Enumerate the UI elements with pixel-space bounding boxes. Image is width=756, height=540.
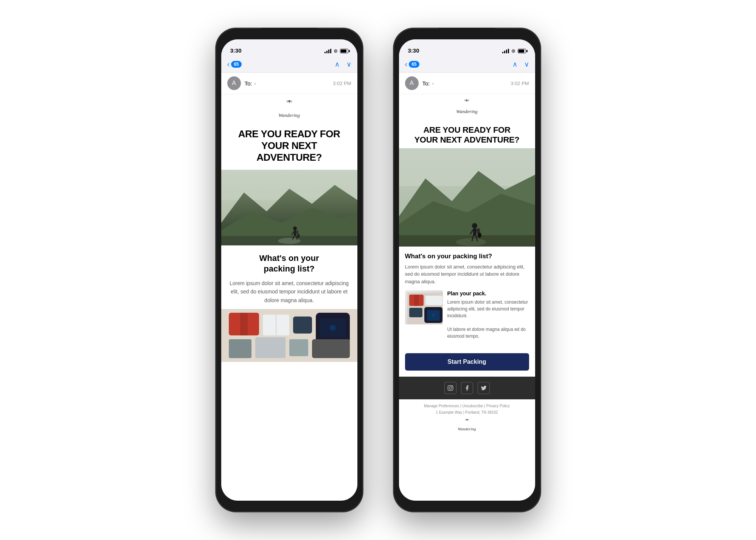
footer-links-right: Manage Preferences | Unsubscribe | Priva… bbox=[404, 404, 531, 408]
status-bar-left: 3:30 ⊛ bbox=[221, 39, 357, 56]
svg-rect-57 bbox=[409, 308, 422, 317]
screen-right: 3:30 ⊛ ‹ 65 ∧ bbox=[399, 39, 535, 501]
packing-text-left: Lorem ipsum dolor sit amet, consectetur … bbox=[229, 279, 350, 304]
nav-arrows-left: ∧ ∨ bbox=[335, 60, 351, 68]
footer-logo-svg bbox=[459, 418, 475, 426]
twitter-icon[interactable] bbox=[478, 382, 490, 394]
status-bar-right: 3:30 ⊛ bbox=[399, 39, 535, 56]
svg-rect-30 bbox=[255, 337, 286, 358]
notch-left bbox=[261, 28, 318, 39]
svg-rect-29 bbox=[229, 339, 251, 358]
svg-rect-22 bbox=[240, 313, 248, 335]
instagram-icon[interactable] bbox=[444, 382, 456, 394]
mail-count-badge-left: 65 bbox=[231, 61, 241, 68]
svg-rect-55 bbox=[414, 295, 419, 306]
footer-light-right: Manage Preferences | Unsubscribe | Priva… bbox=[399, 399, 535, 436]
from-chevron-icon: › bbox=[255, 81, 256, 86]
phone-right: 3:30 ⊛ ‹ 65 ∧ bbox=[393, 28, 541, 512]
mountain-svg-right bbox=[399, 148, 535, 247]
svg-rect-46 bbox=[473, 228, 476, 236]
svg-rect-40 bbox=[399, 148, 535, 186]
logo-area-left: Wandering bbox=[221, 94, 357, 124]
battery-icon-left bbox=[340, 49, 348, 53]
battery-icon-right bbox=[518, 49, 526, 53]
wifi-icon-left: ⊛ bbox=[334, 48, 338, 54]
email-time-right: 3:02 PM bbox=[511, 81, 529, 86]
packing-section-left: What's on your packing list? Lorem ipsum… bbox=[221, 245, 357, 309]
svg-point-52 bbox=[478, 233, 481, 238]
svg-rect-31 bbox=[289, 339, 308, 356]
svg-point-45 bbox=[472, 223, 477, 228]
gear-image-left bbox=[221, 309, 357, 362]
from-info-left: To: › bbox=[245, 80, 333, 87]
logo-area-right: Wandering bbox=[399, 94, 535, 119]
logo-text-left: Wandering bbox=[278, 112, 300, 118]
status-icons-left: ⊛ bbox=[324, 48, 348, 54]
svg-point-44 bbox=[456, 238, 486, 246]
svg-rect-25 bbox=[293, 317, 312, 334]
back-button-left[interactable]: ‹ 65 bbox=[227, 60, 242, 68]
mail-count-badge-right: 65 bbox=[409, 61, 419, 68]
svg-point-38 bbox=[466, 99, 467, 101]
avatar-right: A bbox=[405, 76, 419, 90]
svg-rect-56 bbox=[425, 296, 442, 305]
notch-right bbox=[439, 28, 495, 39]
svg-rect-18 bbox=[296, 230, 298, 234]
signal-icon-right bbox=[502, 49, 509, 53]
email-content-right: Wandering ARE YOU READY FOR YOUR NEXT AD… bbox=[399, 94, 535, 501]
nav-down-arrow-left[interactable]: ∨ bbox=[346, 60, 351, 68]
from-label-left: To: bbox=[245, 80, 252, 87]
mountain-image-left bbox=[221, 170, 357, 245]
svg-point-28 bbox=[330, 325, 336, 331]
logo-svg-right bbox=[457, 99, 476, 108]
plan-card-gear-svg bbox=[407, 293, 443, 324]
phones-container: 3:30 ⊛ ‹ 65 ∧ bbox=[216, 28, 541, 512]
nav-arrows-right: ∧ ∨ bbox=[512, 60, 529, 68]
wandering-logo-right: Wandering bbox=[456, 99, 478, 115]
hero-text-area-left: ARE YOU READY FOR YOUR NEXT ADVENTURE? bbox=[221, 124, 357, 170]
email-content-left: Wandering ARE YOU READY FOR YOUR NEXT AD… bbox=[221, 94, 357, 501]
footer-logo-text: Wandering bbox=[458, 427, 476, 431]
chevron-left-icon-right: ‹ bbox=[405, 60, 408, 68]
footer-address-right: 1 Example Way | Portland, TN 38102 bbox=[404, 410, 531, 414]
hero-heading-left: ARE YOU READY FOR YOUR NEXT ADVENTURE? bbox=[230, 128, 348, 164]
from-label-right: To: bbox=[422, 80, 430, 87]
plan-card-text2-right: Ut labore et dolore magna aliqua ed do e… bbox=[447, 326, 529, 340]
svg-point-60 bbox=[432, 313, 435, 317]
plan-card-text1-right: Lorem ipsum dolor sit amet, consectetur … bbox=[447, 299, 529, 319]
back-button-right[interactable]: ‹ 65 bbox=[405, 60, 419, 68]
nav-down-arrow-right[interactable]: ∨ bbox=[524, 60, 529, 68]
email-from-row-left: A To: › 3:02 PM bbox=[221, 73, 357, 94]
mail-nav-left: ‹ 65 ∧ ∨ bbox=[221, 56, 357, 73]
packing-heading-left: What's on your packing list? bbox=[229, 253, 350, 275]
status-time-left: 3:30 bbox=[230, 47, 242, 54]
phone-left: 3:30 ⊛ ‹ 65 ∧ bbox=[216, 28, 363, 512]
svg-point-63 bbox=[451, 386, 452, 387]
plan-card-content-right: Plan your pack. Lorem ipsum dolor sit am… bbox=[447, 290, 529, 340]
hero-heading-right: ARE YOU READY FOR YOUR NEXT ADVENTURE? bbox=[408, 125, 526, 145]
avatar-left: A bbox=[227, 76, 241, 90]
mail-nav-right: ‹ 65 ∧ ∨ bbox=[399, 56, 535, 73]
nav-up-arrow-left[interactable]: ∧ bbox=[335, 60, 340, 68]
logo-svg-left bbox=[278, 100, 301, 112]
svg-point-19 bbox=[297, 234, 300, 238]
gear-svg-left bbox=[221, 309, 357, 362]
status-icons-right: ⊛ bbox=[502, 48, 526, 54]
svg-point-5 bbox=[289, 100, 290, 102]
svg-rect-32 bbox=[312, 339, 350, 358]
footer-logo-right: Wandering bbox=[458, 418, 476, 431]
logo-text-right: Wandering bbox=[456, 109, 478, 115]
svg-point-62 bbox=[449, 387, 452, 389]
mountain-svg-left bbox=[221, 170, 357, 245]
footer-social-bar-right bbox=[399, 377, 535, 399]
wandering-logo-left: Wandering bbox=[278, 100, 301, 118]
packing-text-right: Lorem ipsum dolor sit amet, consectetur … bbox=[405, 263, 529, 286]
mountain-image-right bbox=[399, 148, 535, 247]
plan-section-right: What's on your packing list? Lorem ipsum… bbox=[399, 247, 535, 351]
plan-card-image-right bbox=[405, 290, 443, 324]
nav-up-arrow-right[interactable]: ∧ bbox=[512, 60, 517, 68]
email-time-left: 3:02 PM bbox=[333, 81, 351, 86]
cta-start-packing-button[interactable]: Start Packing bbox=[405, 353, 529, 371]
svg-rect-61 bbox=[448, 386, 453, 391]
facebook-icon[interactable] bbox=[461, 382, 473, 394]
